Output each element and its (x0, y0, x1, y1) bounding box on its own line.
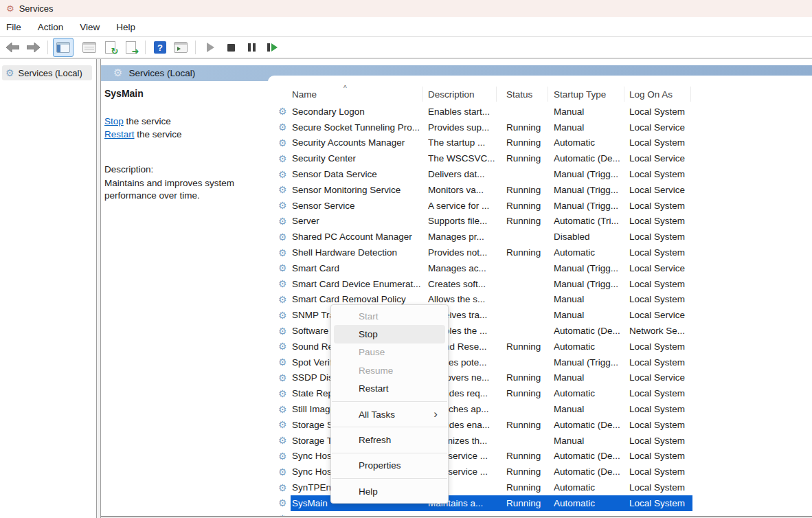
start-icon (207, 43, 214, 52)
back-button[interactable] (3, 38, 22, 56)
start-service-button[interactable] (201, 38, 220, 56)
service-gear-icon: ⚙ (278, 106, 287, 116)
context-menu-item-help[interactable]: Help (331, 482, 448, 500)
context-menu-item-restart[interactable]: Restart (331, 380, 448, 398)
service-row-cells: Shared PC Account ManagerManages pr...Di… (291, 229, 692, 245)
service-startup-type: Automatic (De... (554, 326, 629, 336)
column-divider[interactable] (422, 87, 423, 102)
service-status: Running (506, 466, 554, 477)
stop-service-button[interactable] (221, 38, 240, 56)
toolbar-separator (47, 41, 48, 54)
column-divider[interactable] (624, 87, 624, 102)
context-menu-item-pause: Pause (331, 344, 448, 361)
export-list-icon: ➜ (126, 41, 136, 54)
service-name: Smart Card (291, 263, 428, 273)
service-name: Smart Card Removal Policy (291, 294, 428, 304)
service-log-on-as: Local System (629, 106, 692, 117)
properties-toolbar-button[interactable] (80, 38, 99, 56)
column-header-description[interactable]: Description (428, 89, 506, 100)
service-row-sensor-monitoring-service[interactable]: ⚙Sensor Monitoring ServiceMonitors va...… (268, 182, 812, 198)
window-title: Services (19, 3, 54, 14)
service-status: Running (506, 388, 554, 398)
service-row-system-event-notification-s[interactable]: ⚙System Event Notification S...Monitors … (268, 511, 812, 516)
context-menu-item-resume: Resume (331, 361, 448, 379)
column-header-startup-type[interactable]: Startup Type (554, 89, 629, 100)
service-description: Creates soft... (428, 279, 506, 289)
service-startup-type: Automatic (De... (554, 153, 629, 164)
service-log-on-as: Local System (629, 216, 692, 226)
refresh-button[interactable]: ↻ (100, 38, 120, 56)
context-menu-item-stop[interactable]: Stop (334, 325, 445, 343)
table-header-row: Name Description Status Startup Type Log… (291, 86, 692, 103)
menu-action[interactable]: Action (30, 19, 72, 35)
service-row-shell-hardware-detection[interactable]: ⚙Shell Hardware DetectionProvides not...… (268, 245, 812, 260)
restart-service-link[interactable]: Restart (104, 129, 135, 139)
submenu-chevron-icon: › (433, 408, 438, 420)
menu-help[interactable]: Help (108, 19, 144, 35)
service-description: Provides sup... (428, 122, 506, 133)
service-row-cells: Security CenterThe WSCSVC...RunningAutom… (291, 150, 692, 166)
service-log-on-as: Local Service (629, 153, 692, 164)
service-row-sensor-service[interactable]: ⚙Sensor ServiceA service for ...RunningM… (268, 198, 812, 214)
column-header-log-on-as[interactable]: Log On As (629, 89, 692, 100)
export-list-button[interactable]: ➜ (121, 38, 140, 56)
forward-button[interactable] (23, 38, 43, 56)
context-menu-item-refresh[interactable]: Refresh (331, 431, 448, 449)
service-status: Running (506, 216, 554, 226)
service-row-server[interactable]: ⚙ServerSupports file...RunningAutomatic … (268, 214, 812, 229)
service-row-security-accounts-manager[interactable]: ⚙Security Accounts ManagerThe startup ..… (268, 135, 812, 151)
pane-splitter[interactable] (96, 59, 101, 518)
service-row-secure-socket-tunneling-pro[interactable]: ⚙Secure Socket Tunneling Pro...Provides … (268, 120, 812, 135)
service-row-shared-pc-account-manager[interactable]: ⚙Shared PC Account ManagerManages pr...D… (268, 229, 812, 245)
service-row-sensor-data-service[interactable]: ⚙Sensor Data ServiceDelivers dat...Manua… (268, 166, 812, 182)
services-band-icon: ⚙ (113, 68, 122, 78)
resume-service-button[interactable] (262, 38, 282, 56)
service-description: The WSCSVC... (428, 153, 506, 164)
service-startup-type: Manual (554, 372, 629, 383)
service-description: Manages pr... (428, 232, 506, 242)
service-row-smart-card-device-enumerat[interactable]: ⚙Smart Card Device Enumerat...Creates so… (268, 276, 812, 292)
service-gear-icon: ⚙ (278, 232, 287, 242)
show-action-pane-button[interactable] (171, 38, 190, 56)
column-divider[interactable] (496, 87, 497, 102)
service-log-on-as: Local System (629, 137, 692, 148)
stop-service-link[interactable]: Stop (104, 116, 124, 126)
service-gear-icon: ⚙ (278, 170, 287, 179)
back-arrow-icon (6, 43, 19, 52)
service-row-secondary-logon[interactable]: ⚙Secondary LogonEnables start...ManualLo… (268, 104, 812, 120)
show-console-tree-button[interactable] (53, 38, 74, 57)
selected-service-name: SysMain (104, 88, 144, 99)
service-row-cells: Shell Hardware DetectionProvides not...R… (291, 245, 692, 260)
toolbar-separator (145, 41, 146, 54)
service-row-cells: ServerSupports file...RunningAutomatic (… (291, 214, 692, 229)
tree-item-services-local[interactable]: ⚙ Services (Local) (2, 65, 92, 80)
service-gear-icon: ⚙ (278, 357, 287, 367)
service-log-on-as: Local System (629, 451, 692, 461)
console-tree-pane: ⚙ Services (Local) (0, 59, 96, 518)
service-row-security-center[interactable]: ⚙Security CenterThe WSCSVC...RunningAuto… (268, 150, 812, 166)
service-gear-icon: ⚙ (278, 451, 287, 461)
pause-service-button[interactable] (242, 38, 261, 56)
stop-service-line: Stop the service (104, 115, 182, 128)
service-log-on-as: Local System (629, 498, 692, 508)
service-gear-icon: ⚙ (278, 122, 287, 132)
column-divider[interactable] (690, 87, 691, 102)
column-header-status[interactable]: Status (506, 89, 554, 100)
service-gear-icon: ⚙ (278, 201, 287, 210)
context-menu-item-start: Start (331, 307, 448, 325)
column-header-name[interactable]: Name (291, 89, 428, 100)
resume-icon (267, 43, 278, 52)
context-menu-item-properties[interactable]: Properties (331, 457, 448, 475)
service-name: Shared PC Account Manager (291, 232, 428, 242)
service-action-links: Stop the service Restart the service (104, 115, 182, 141)
menu-separator (332, 401, 447, 402)
column-divider[interactable] (548, 87, 548, 102)
service-startup-type: Automatic (554, 482, 629, 493)
service-row-smart-card[interactable]: ⚙Smart CardManages ac...Manual (Trigg...… (268, 260, 812, 276)
help-button[interactable]: ? (150, 38, 170, 56)
service-gear-icon: ⚙ (278, 341, 287, 351)
service-gear-icon: ⚙ (278, 405, 287, 414)
context-menu-item-all-tasks[interactable]: All Tasks› (331, 405, 448, 423)
menu-file[interactable]: File (3, 19, 30, 35)
menu-view[interactable]: View (71, 19, 108, 35)
